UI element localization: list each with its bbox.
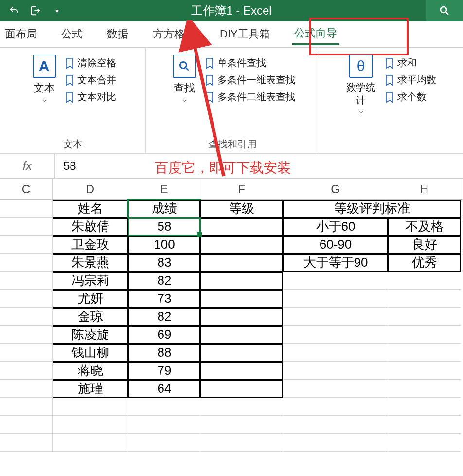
cell[interactable] — [283, 434, 388, 452]
cell[interactable] — [388, 326, 461, 344]
qat-customize-icon[interactable]: ▾ — [52, 5, 62, 16]
cell[interactable] — [283, 290, 388, 308]
cell[interactable]: 尤妍 — [53, 290, 128, 308]
cell[interactable]: 60-90 — [283, 236, 388, 254]
cell[interactable] — [0, 272, 53, 290]
cell[interactable]: 朱啟倩 — [53, 218, 128, 236]
save-as-icon[interactable] — [30, 5, 41, 16]
cell[interactable]: 姓名 — [53, 200, 128, 218]
cell[interactable] — [200, 380, 283, 398]
tab-diy-toolbox[interactable]: DIY工具箱 — [218, 24, 272, 44]
cell[interactable] — [388, 434, 461, 452]
math-stat-dropdown-button[interactable]: θ 数学统计 ⌵ — [343, 52, 379, 115]
tab-formula-wizard[interactable]: 公式向导 — [292, 23, 339, 45]
cell[interactable]: 小于60 — [283, 218, 388, 236]
cell[interactable] — [388, 380, 461, 398]
cell[interactable] — [53, 434, 128, 452]
cell[interactable] — [388, 398, 461, 416]
cell[interactable] — [200, 218, 283, 236]
cell[interactable]: 100 — [128, 236, 200, 254]
cell[interactable]: 64 — [128, 380, 200, 398]
cmd-sum[interactable]: 求和 — [386, 56, 436, 70]
cmd-text-compare[interactable]: 文本对比 — [66, 91, 116, 104]
cell[interactable] — [200, 290, 283, 308]
cell[interactable] — [388, 416, 461, 434]
undo-icon[interactable] — [9, 5, 19, 16]
cell[interactable]: 优秀 — [388, 254, 461, 272]
cell[interactable] — [128, 398, 200, 416]
cell[interactable] — [0, 434, 53, 452]
cell[interactable]: 69 — [128, 326, 200, 344]
cell[interactable] — [0, 416, 53, 434]
cell[interactable]: 83 — [128, 254, 200, 272]
cell[interactable] — [0, 218, 53, 236]
cell[interactable]: 88 — [128, 344, 200, 362]
cell[interactable]: 蒋晓 — [53, 362, 128, 380]
cell[interactable]: 钱山柳 — [53, 344, 128, 362]
cmd-multi-1d-lookup[interactable]: 多条件一维表查找 — [206, 73, 295, 87]
search-button[interactable] — [426, 0, 463, 21]
cell[interactable]: 施瑾 — [53, 380, 128, 398]
text-dropdown-button[interactable]: A 文本 ⌵ — [30, 52, 59, 103]
cell[interactable] — [388, 344, 461, 362]
tab-page-layout[interactable]: 面布局 — [3, 24, 39, 44]
cell[interactable] — [0, 344, 53, 362]
cell[interactable] — [128, 416, 200, 434]
cell[interactable] — [0, 308, 53, 326]
cell[interactable]: 82 — [128, 308, 200, 326]
cell[interactable]: 金琼 — [53, 308, 128, 326]
cell[interactable] — [0, 254, 53, 272]
cmd-count[interactable]: 求个数 — [386, 91, 436, 104]
cell[interactable] — [388, 272, 461, 290]
cell[interactable]: 成绩 — [128, 200, 200, 218]
col-header-F[interactable]: F — [200, 179, 283, 199]
cell[interactable] — [200, 434, 283, 452]
cell[interactable] — [200, 326, 283, 344]
cell[interactable] — [283, 344, 388, 362]
cell[interactable] — [200, 272, 283, 290]
cell[interactable]: 大于等于90 — [283, 254, 388, 272]
col-header-G[interactable]: G — [283, 179, 388, 199]
cmd-average[interactable]: 求平均数 — [386, 73, 436, 87]
cell[interactable] — [0, 362, 53, 380]
cell[interactable] — [53, 398, 128, 416]
cmd-single-lookup[interactable]: 单条件查找 — [206, 56, 295, 70]
col-header-D[interactable]: D — [53, 179, 128, 199]
cell[interactable] — [388, 290, 461, 308]
cell[interactable] — [0, 398, 53, 416]
cell[interactable] — [200, 308, 283, 326]
cell[interactable] — [200, 416, 283, 434]
fx-label[interactable]: fx — [0, 154, 55, 178]
cell[interactable] — [283, 272, 388, 290]
cell[interactable]: 58 — [128, 218, 200, 236]
cell[interactable] — [0, 236, 53, 254]
cell[interactable]: 82 — [128, 272, 200, 290]
cell[interactable] — [200, 344, 283, 362]
cell[interactable]: 陈凌旋 — [53, 326, 128, 344]
col-header-C[interactable]: C — [0, 179, 53, 199]
cell[interactable] — [200, 362, 283, 380]
col-header-H[interactable]: H — [388, 179, 461, 199]
cell[interactable]: 不及格 — [388, 218, 461, 236]
cell[interactable] — [283, 398, 388, 416]
cell[interactable]: 79 — [128, 362, 200, 380]
cell[interactable] — [283, 416, 388, 434]
cell[interactable]: 良好 — [388, 236, 461, 254]
cell[interactable] — [283, 362, 388, 380]
tab-data[interactable]: 数据 — [105, 24, 130, 44]
cell[interactable]: 冯宗莉 — [53, 272, 128, 290]
find-dropdown-button[interactable]: 查找 ⌵ — [170, 52, 199, 103]
criteria-header[interactable]: 等级评判标准 — [283, 200, 461, 218]
cell[interactable] — [0, 326, 53, 344]
cell[interactable] — [0, 290, 53, 308]
cell[interactable] — [0, 200, 53, 218]
cell[interactable]: 73 — [128, 290, 200, 308]
cell[interactable] — [388, 308, 461, 326]
cmd-clear-spaces[interactable]: 清除空格 — [66, 56, 116, 70]
cell[interactable] — [200, 254, 283, 272]
cell[interactable] — [283, 326, 388, 344]
cell[interactable] — [53, 416, 128, 434]
cmd-multi-2d-lookup[interactable]: 多条件二维表查找 — [206, 91, 295, 104]
cell[interactable] — [388, 362, 461, 380]
cell[interactable] — [128, 434, 200, 452]
